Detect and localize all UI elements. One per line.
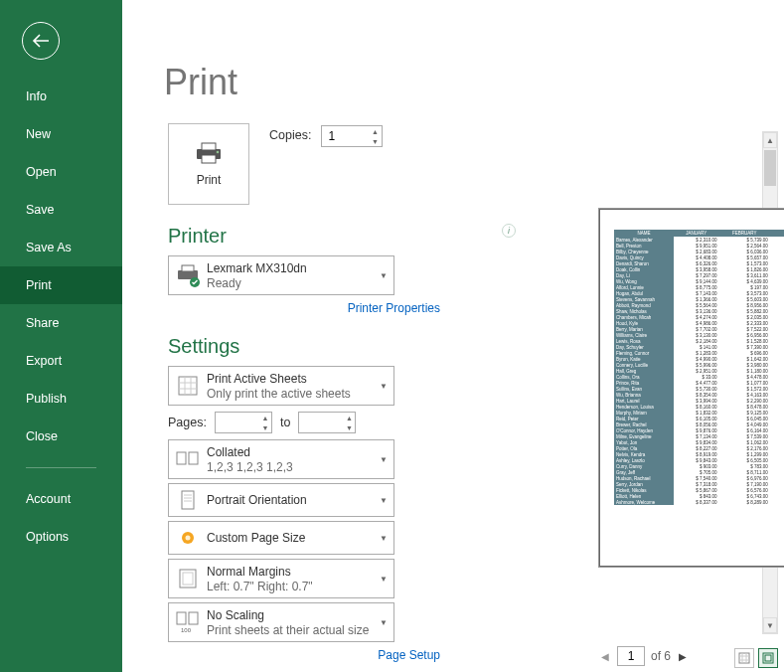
sidebar-item-open[interactable]: Open — [0, 153, 122, 191]
printer-icon — [194, 141, 224, 165]
printer-properties-link[interactable]: Printer Properties — [168, 301, 440, 315]
table-row: Day, Schuyler$ 141.00$ 7,390.00$ 1,394.0… — [614, 344, 784, 350]
table-row: Elliott, Helen$ 843.00$ 6,743.00$ 7,758.… — [614, 493, 784, 499]
paper-size-dropdown[interactable]: Custom Page Size ▼ — [168, 521, 394, 555]
print-button[interactable]: Print — [168, 123, 249, 205]
scaling-icon: 100 — [169, 610, 207, 634]
paper-main: Custom Page Size — [207, 531, 376, 545]
backstage-sidebar: Info New Open Save Save As Print Share E… — [0, 0, 122, 672]
portrait-icon — [169, 489, 207, 511]
collate-main: Collated — [207, 445, 376, 459]
pages-to-label: to — [280, 416, 290, 429]
sidebar-divider — [26, 467, 96, 468]
table-row: Bilby, Cheyenne$ 2,683.00$ 6,036.00$ 8,9… — [614, 249, 784, 254]
sidebar-item-print[interactable]: Print — [0, 266, 122, 304]
table-row: Wu, Brianna$ 8,354.00$ 4,163.00$ 8,377.0… — [614, 392, 784, 398]
sidebar-item-save[interactable]: Save — [0, 191, 122, 229]
chevron-down-icon: ▼ — [380, 271, 388, 280]
collate-icon — [169, 449, 207, 469]
table-row: Bell, Preston$ 9,951.00$ 2,564.00$ 6,407… — [614, 243, 784, 249]
copies-up[interactable]: ▲ — [368, 126, 382, 136]
table-row: Fickett, Nikolas$ 5,867.00$ 6,576.00$ 4,… — [614, 487, 784, 493]
zoom-controls — [734, 648, 778, 668]
chevron-down-icon: ▼ — [380, 496, 388, 505]
chevron-down-icon: ▼ — [380, 575, 388, 584]
copies-input[interactable]: 1 ▲ ▼ — [321, 125, 383, 147]
page-count-label: of 6 — [651, 649, 671, 663]
table-row: Byron, Katie$ 4,990.00$ 1,642.00$ 7,832.… — [614, 356, 784, 362]
table-row: Abbott, Raymond$ 5,564.00$ 8,956.00$ 4,5… — [614, 302, 784, 308]
pages-from-up[interactable]: ▲ — [259, 413, 271, 422]
printer-section-header: Printer i — [168, 205, 520, 255]
table-row: O'Connor, Hayden$ 9,876.00$ 6,164.00$ 6,… — [614, 427, 784, 433]
preview-table: NAMEJANUARYFEBRUARYMARCHAPRILBarnes, Ale… — [614, 230, 784, 505]
sheets-icon — [169, 375, 207, 397]
chevron-down-icon: ▼ — [380, 455, 388, 464]
back-button[interactable] — [22, 22, 60, 60]
copies-down[interactable]: ▼ — [368, 136, 382, 146]
table-row: Lewis, Rosa$ 2,184.00$ 1,528.00$ 3,022.0… — [614, 338, 784, 344]
print-button-label: Print — [197, 173, 222, 187]
scroll-down-button[interactable]: ▼ — [763, 617, 777, 633]
svg-rect-10 — [182, 491, 194, 509]
table-row: Henderson, Louisa$ 8,160.00$ 8,478.00$ 2… — [614, 404, 784, 410]
show-margins-button[interactable] — [734, 648, 754, 668]
sidebar-item-options[interactable]: Options — [0, 518, 122, 556]
svg-rect-16 — [189, 612, 198, 624]
prev-page-button[interactable]: ◀ — [599, 649, 611, 664]
margins-sub: Left: 0.7" Right: 0.7" — [207, 580, 376, 593]
sidebar-item-saveas[interactable]: Save As — [0, 229, 122, 266]
sidebar-item-close[interactable]: Close — [0, 418, 122, 455]
copies-spinner: ▲ ▼ — [368, 126, 382, 146]
pages-from-input[interactable]: ▲▼ — [215, 412, 272, 433]
sidebar-item-info[interactable]: Info — [0, 78, 122, 115]
table-row: Murphy, Miriam$ 1,832.00$ 9,125.00$ 5,55… — [614, 410, 784, 416]
page-setup-link[interactable]: Page Setup — [168, 648, 440, 662]
margins-dropdown[interactable]: Normal Margins Left: 0.7" Right: 0.7" ▼ — [168, 559, 394, 598]
preview-area: ▲ ▼ NAMEJANUARYFEBRUARYMARCHAPRILBarnes,… — [563, 129, 784, 672]
table-row: Hudson, Rachael$ 7,540.00$ 6,976.00$ 1,0… — [614, 475, 784, 481]
sidebar-item-account[interactable]: Account — [0, 480, 122, 518]
pages-label: Pages: — [168, 416, 207, 429]
table-row: Ashmore, Welcome$ 8,337.00$ 8,289.00$ 2,… — [614, 499, 784, 505]
preview-page: NAMEJANUARYFEBRUARYMARCHAPRILBarnes, Ale… — [599, 209, 784, 567]
margins-main: Normal Margins — [207, 565, 376, 579]
zoom-to-page-button[interactable] — [758, 648, 778, 668]
collate-dropdown[interactable]: Collated 1,2,3 1,2,3 1,2,3 ▼ — [168, 439, 394, 479]
sidebar-item-export[interactable]: Export — [0, 342, 122, 380]
table-row: Berry, Marian$ 7,702.00$ 7,522.00$ 7,318… — [614, 326, 784, 332]
sidebar-item-share[interactable]: Share — [0, 304, 122, 342]
printer-info-icon[interactable]: i — [502, 224, 516, 238]
orientation-dropdown[interactable]: Portrait Orientation ▼ — [168, 483, 394, 517]
sidebar-item-new[interactable]: New — [0, 115, 122, 153]
table-header: NAME — [614, 230, 674, 237]
scroll-thumb[interactable] — [764, 150, 776, 186]
pages-to-down[interactable]: ▼ — [343, 422, 355, 432]
print-what-dropdown[interactable]: Print Active Sheets Only print the activ… — [168, 366, 394, 406]
page-heading: Print — [164, 62, 784, 103]
table-row: Davis, Quincy$ 4,408.00$ 5,657.00$ 7,824… — [614, 254, 784, 260]
pages-to-up[interactable]: ▲ — [343, 413, 355, 422]
scaling-sub: Print sheets at their actual size — [207, 623, 376, 637]
svg-rect-18 — [739, 653, 749, 663]
table-row: Brewer, Rachel$ 8,056.00$ 4,049.00$ 2,89… — [614, 421, 784, 427]
sidebar-item-publish[interactable]: Publish — [0, 380, 122, 418]
margins-icon — [169, 568, 207, 589]
svg-rect-7 — [179, 377, 197, 395]
svg-text:100: 100 — [181, 627, 192, 633]
next-page-button[interactable]: ▶ — [677, 649, 689, 664]
svg-rect-15 — [177, 612, 186, 624]
pages-to-input[interactable]: ▲▼ — [298, 412, 356, 433]
current-page-input[interactable] — [617, 646, 645, 666]
table-row: Nelvis, Kendra$ 8,919.00$ 1,299.00$ 3,97… — [614, 451, 784, 457]
pages-from-down[interactable]: ▼ — [259, 422, 271, 432]
collate-sub: 1,2,3 1,2,3 1,2,3 — [207, 460, 376, 474]
table-header: JANUARY — [674, 230, 719, 237]
table-row: Fleming, Connor$ 1,283.00$ 696.00$ 2,803… — [614, 350, 784, 356]
printer-dropdown[interactable]: Lexmark MX310dn Ready ▼ — [168, 255, 394, 295]
scaling-dropdown[interactable]: 100 No Scaling Print sheets at their act… — [168, 602, 394, 642]
table-row: Doak, Collin$ 3,958.00$ 1,826.00$ 1,284.… — [614, 266, 784, 272]
svg-rect-9 — [189, 452, 198, 464]
table-row: Hogan, Abdul$ 7,143.00$ 3,573.00$ 1,974.… — [614, 290, 784, 296]
scroll-up-button[interactable]: ▲ — [763, 132, 777, 148]
